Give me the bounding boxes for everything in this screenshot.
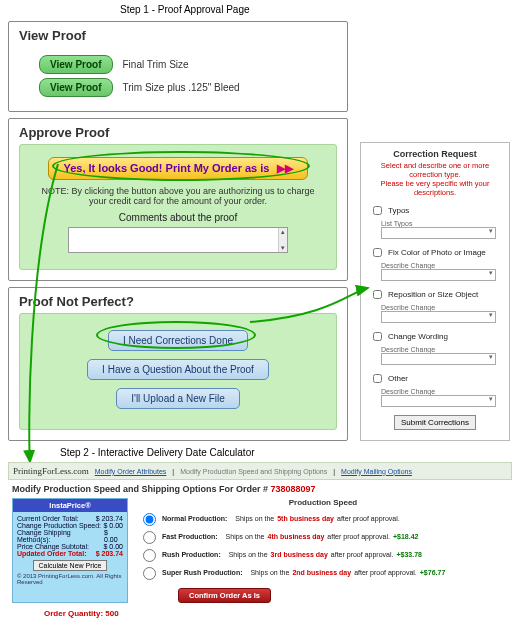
p1b: Ships on the <box>235 515 274 522</box>
cp-label-3: Change Wording <box>388 332 448 341</box>
production-speed-title: Production Speed <box>138 498 508 507</box>
pfl-logo: PrintingForLess.com <box>13 466 89 476</box>
correction-red1: Select and describe one or more correcti… <box>369 161 501 179</box>
approve-proof-title: Approve Proof <box>9 119 347 144</box>
view-proof-section: View Proof View Proof Final Trim Size Vi… <box>8 21 348 112</box>
confirm-order-button[interactable]: Confirm Order As Is <box>178 588 271 603</box>
nav-modify-attributes[interactable]: Modify Order Attributes <box>95 468 167 475</box>
p4b: Ships on the <box>250 569 289 576</box>
nav-strip: PrintingForLess.com Modify Order Attribu… <box>8 462 512 480</box>
p2b: Ships on the <box>226 533 265 540</box>
order-quantity: Order Quantity: 500 <box>44 609 512 618</box>
p4p: +$76.77 <box>420 569 446 576</box>
p1a: Normal Production: <box>162 515 227 522</box>
approve-yes-label: Yes, It looks Good! Print My Order as is <box>63 162 269 174</box>
cp-check-3[interactable] <box>373 332 382 341</box>
insta-updv: $ 203.74 <box>96 550 123 557</box>
cp-input-3[interactable]: ▾ <box>381 353 496 365</box>
p3a: Rush Production: <box>162 551 221 558</box>
submit-corrections-button[interactable]: Submit Corrections <box>394 415 476 430</box>
insta-l1k: Current Order Total: <box>17 515 79 522</box>
cp-check-1[interactable] <box>373 248 382 257</box>
view-proof-button-bleed[interactable]: View Proof <box>39 78 113 97</box>
p4a: Super Rush Production: <box>162 569 243 576</box>
cp-sub-1: Describe Change <box>381 262 501 269</box>
cp-check-2[interactable] <box>373 290 382 299</box>
calculate-new-price-button-1[interactable]: Calculate New Price <box>33 560 106 571</box>
p2a: Fast Production: <box>162 533 218 540</box>
step1-label: Step 1 - Proof Approval Page <box>120 4 520 15</box>
nav-modify-prodspeed: Modify Production Speed and Shipping Opt… <box>180 468 327 475</box>
modify-title: Modify Production Speed and Shipping Opt… <box>12 484 512 494</box>
order-number: 738088097 <box>271 484 316 494</box>
insta-l2v: $ 0.00 <box>104 522 123 529</box>
modify-title-pre: Modify Production Speed and Shipping Opt… <box>12 484 271 494</box>
view-proof-title: View Proof <box>9 22 347 47</box>
comments-label: Comments about the proof <box>38 212 318 223</box>
p3p: +$33.78 <box>396 551 422 558</box>
p2d: after proof approval. <box>327 533 390 540</box>
play-arrows-icon: ▶▶ <box>277 162 293 174</box>
cp-sub-3: Describe Change <box>381 346 501 353</box>
instaprice-header: InstaPrice® <box>13 499 127 512</box>
p1c: 5th business day <box>277 515 334 522</box>
scrollbar-icon[interactable]: ▴▾ <box>278 228 287 252</box>
insta-l4k: Price Change Subtotal: <box>17 543 89 550</box>
cp-sub-4: Describe Change <box>381 388 501 395</box>
insta-l3k: Change Shipping Method(s): <box>17 529 104 543</box>
instaprice-box: InstaPrice® Current Order Total:$ 203.74… <box>12 498 128 603</box>
insta-l4v: $ 0.00 <box>104 543 123 550</box>
view-proof-button-final[interactable]: View Proof <box>39 55 113 74</box>
cp-sub-0: List Typos <box>381 220 501 227</box>
question-button[interactable]: I Have a Question About the Proof <box>87 359 269 380</box>
step2-label: Step 2 - Interactive Delivery Date Calcu… <box>60 447 520 458</box>
p3d: after proof approval. <box>331 551 394 558</box>
bleed-trim-label: Trim Size plus .125" Bleed <box>123 82 240 93</box>
insta-updk: Updated Order Total: <box>17 550 86 557</box>
cp-input-2[interactable]: ▾ <box>381 311 496 323</box>
p2p: +$18.42 <box>393 533 419 540</box>
cp-sub-2: Describe Change <box>381 304 501 311</box>
correction-request-panel: Correction Request Select and describe o… <box>360 142 510 441</box>
cp-input-1[interactable]: ▾ <box>381 269 496 281</box>
correction-red2: Please be very specific with your descri… <box>369 179 501 197</box>
cp-check-4[interactable] <box>373 374 382 383</box>
comments-textarea[interactable]: ▴▾ <box>68 227 288 253</box>
prod-superrush-radio[interactable] <box>143 567 156 580</box>
nav-modify-mailing[interactable]: Modify Mailing Options <box>341 468 412 475</box>
need-corrections-button[interactable]: I Need Corrections Done <box>108 330 248 351</box>
insta-l1v: $ 203.74 <box>96 515 123 522</box>
cp-label-0: Typos <box>388 206 409 215</box>
cp-label-2: Reposition or Size Object <box>388 290 478 299</box>
p4d: after proof approval. <box>354 569 417 576</box>
insta-l3v: $ 0.00 <box>104 529 123 543</box>
prod-normal-radio[interactable] <box>143 513 156 526</box>
p4c: 2nd business day <box>292 569 351 576</box>
upload-new-file-button[interactable]: I'll Upload a New File <box>116 388 240 409</box>
production-speed-col: Production Speed Normal Production: Ship… <box>138 498 508 603</box>
p2c: 4th business day <box>268 533 325 540</box>
p1d: after proof approval. <box>337 515 400 522</box>
approve-proof-section: Approve Proof Yes, It looks Good! Print … <box>8 118 348 281</box>
p3b: Ships on the <box>229 551 268 558</box>
insta-l2k: Change Production Speed: <box>17 522 101 529</box>
approve-yes-button[interactable]: Yes, It looks Good! Print My Order as is… <box>48 157 307 180</box>
proof-not-perfect-section: Proof Not Perfect? I Need Corrections Do… <box>8 287 348 441</box>
approve-note: NOTE: By clicking the button above you a… <box>38 186 318 206</box>
cp-input-4[interactable]: ▾ <box>381 395 496 407</box>
step2-area: PrintingForLess.com Modify Order Attribu… <box>8 462 512 620</box>
cp-label-1: Fix Color of Photo or Image <box>388 248 486 257</box>
cp-input-0[interactable]: ▾ <box>381 227 496 239</box>
prod-rush-radio[interactable] <box>143 549 156 562</box>
not-perfect-title: Proof Not Perfect? <box>9 288 347 313</box>
correction-title: Correction Request <box>369 149 501 159</box>
final-trim-label: Final Trim Size <box>123 59 189 70</box>
insta-foot: © 2013 PrintingForLess.com. All Rights R… <box>17 573 123 585</box>
prod-fast-radio[interactable] <box>143 531 156 544</box>
cp-label-4: Other <box>388 374 408 383</box>
p3c: 3rd business day <box>271 551 328 558</box>
cp-check-0[interactable] <box>373 206 382 215</box>
